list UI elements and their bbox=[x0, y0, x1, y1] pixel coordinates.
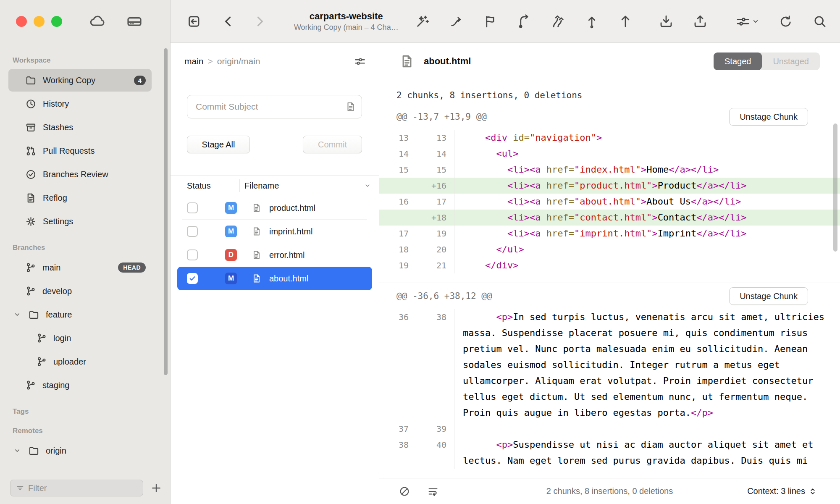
diff-body: 2 chunks, 8 insertions, 0 deletions @@ -… bbox=[379, 80, 840, 478]
sidebar-item-settings[interactable]: Settings bbox=[8, 210, 152, 233]
chevron-down-icon[interactable] bbox=[13, 446, 22, 455]
sidebar-footer bbox=[0, 476, 170, 504]
zoom-window-button[interactable] bbox=[51, 16, 62, 27]
checkout-icon[interactable] bbox=[449, 13, 464, 29]
tab-unstaged[interactable]: Unstaged bbox=[762, 52, 820, 70]
sidebar-item-branch-staging[interactable]: staging bbox=[8, 374, 152, 396]
commit-button[interactable]: Commit bbox=[303, 136, 362, 153]
diff-line[interactable]: 1414 <ul> bbox=[379, 146, 840, 162]
pull-request-icon bbox=[25, 145, 37, 157]
folder-icon bbox=[25, 75, 37, 86]
sidebar-item-history[interactable]: History bbox=[8, 92, 152, 115]
breadcrumb-current-branch[interactable]: main bbox=[184, 56, 204, 66]
breadcrumb: main > origin/main bbox=[171, 43, 379, 80]
sidebar-item-remote-origin[interactable]: origin bbox=[8, 439, 152, 462]
back-icon[interactable] bbox=[221, 13, 236, 29]
merge-icon[interactable] bbox=[517, 13, 532, 29]
add-repository-button[interactable] bbox=[150, 482, 163, 494]
file-filter-options-icon[interactable] bbox=[354, 55, 366, 68]
diff-line[interactable]: 1921 </div> bbox=[379, 257, 840, 273]
toolbar: carparts-website Working Copy (main – 4 … bbox=[171, 0, 840, 43]
sidebar-item-branch-main[interactable]: main HEAD bbox=[8, 256, 152, 279]
diff-line[interactable]: 3638 <p>In sed turpis luctus, venenatis … bbox=[379, 309, 840, 421]
head-badge: HEAD bbox=[118, 262, 146, 273]
sidebar-item-reflog[interactable]: Reflog bbox=[8, 186, 152, 209]
quick-launch-icon[interactable] bbox=[415, 13, 430, 29]
status-column-header[interactable]: Status bbox=[171, 181, 239, 191]
forward-icon[interactable] bbox=[252, 13, 268, 29]
chunk-range: @@ -36,6 +38,12 @@ bbox=[396, 291, 492, 301]
unstage-chunk-button[interactable]: Unstage Chunk bbox=[729, 108, 808, 126]
stage-checkbox[interactable] bbox=[187, 202, 198, 213]
commit-subject-input[interactable] bbox=[187, 95, 362, 118]
diff-line-added[interactable]: +18 <li><a href="contact.html">Contact</… bbox=[379, 210, 840, 226]
diff-line[interactable]: 3739 bbox=[379, 421, 840, 437]
content: main > origin/main Stage All Commit bbox=[171, 43, 840, 504]
stepper-icon bbox=[808, 487, 817, 496]
view-options-icon[interactable] bbox=[735, 14, 760, 29]
breadcrumb-upstream-branch[interactable]: origin/main bbox=[217, 56, 260, 66]
create-branch-icon[interactable] bbox=[483, 13, 498, 29]
refresh-icon[interactable] bbox=[778, 13, 794, 29]
minimize-window-button[interactable] bbox=[34, 16, 45, 27]
diff-scrollbar[interactable] bbox=[833, 123, 837, 252]
local-repositories-icon[interactable] bbox=[126, 13, 143, 30]
fetch-icon[interactable] bbox=[584, 13, 600, 29]
diff-line[interactable]: 3840 <p>Suspendisse ut nisi ac diam auct… bbox=[379, 437, 840, 469]
cloud-accounts-icon[interactable] bbox=[89, 13, 106, 30]
sidebar-item-working-copy[interactable]: Working Copy 4 bbox=[8, 69, 152, 92]
diff-line[interactable]: 1617 <li><a href="about.html">About Us</… bbox=[379, 194, 840, 210]
stage-checkbox-checked[interactable] bbox=[187, 273, 198, 284]
changes-count-badge: 4 bbox=[134, 76, 146, 85]
stage-checkbox[interactable] bbox=[187, 249, 198, 260]
diff-summary: 2 chunks, 8 insertions, 0 deletions bbox=[379, 80, 840, 104]
push-icon[interactable] bbox=[618, 13, 633, 29]
search-icon[interactable] bbox=[812, 13, 827, 29]
diff-file-title: about.html bbox=[424, 56, 471, 67]
unstash-icon[interactable] bbox=[692, 13, 708, 29]
chevron-down-icon[interactable] bbox=[364, 182, 371, 189]
branch-icon bbox=[25, 262, 36, 273]
close-window-button[interactable] bbox=[16, 16, 27, 27]
diff-line[interactable]: 1515 <li><a href="index.html">Home</a></… bbox=[379, 162, 840, 178]
window-title: carparts-website Working Copy (main – 4 … bbox=[278, 11, 415, 32]
sidebar-item-branch-folder-feature[interactable]: feature bbox=[8, 303, 152, 326]
stage-checkbox[interactable] bbox=[187, 226, 198, 237]
section-title-workspace: Workspace bbox=[13, 56, 170, 65]
document-icon bbox=[25, 192, 37, 204]
file-row-product[interactable]: M product.html bbox=[177, 196, 372, 220]
filter-input[interactable] bbox=[28, 483, 138, 493]
file-icon bbox=[399, 54, 415, 69]
stage-all-button[interactable]: Stage All bbox=[187, 136, 250, 153]
sidebar-item-branch-login[interactable]: login bbox=[8, 327, 152, 349]
stash-icon[interactable] bbox=[659, 13, 674, 29]
rebase-icon[interactable] bbox=[550, 13, 566, 29]
sidebar-item-branches-review[interactable]: Branches Review bbox=[8, 163, 152, 186]
diff-line[interactable]: 1820 </ul> bbox=[379, 242, 840, 257]
sidebar-item-branch-uploader[interactable]: uploader bbox=[8, 350, 152, 373]
gear-icon bbox=[25, 216, 37, 227]
file-row-error[interactable]: D error.html bbox=[177, 243, 372, 267]
repository-subtitle: Working Copy (main – 4 Cha… bbox=[278, 23, 415, 32]
branch-icon bbox=[36, 333, 47, 344]
tab-staged[interactable]: Staged bbox=[714, 52, 762, 70]
line-wrap-icon[interactable] bbox=[427, 486, 439, 497]
sidebar-item-pull-requests[interactable]: Pull Requests bbox=[8, 139, 152, 162]
context-lines-control[interactable]: Context: 3 lines bbox=[747, 486, 817, 496]
main-area: carparts-website Working Copy (main – 4 … bbox=[171, 0, 840, 504]
unstage-chunk-button[interactable]: Unstage Chunk bbox=[729, 287, 808, 305]
chevron-down-icon[interactable] bbox=[13, 310, 22, 319]
filename-column-header[interactable]: Filename bbox=[239, 181, 364, 191]
file-row-imprint[interactable]: M imprint.html bbox=[177, 220, 372, 243]
sidebar-item-branch-develop[interactable]: develop bbox=[8, 280, 152, 302]
chunk-header: @@ -13,7 +13,9 @@ Unstage Chunk bbox=[379, 104, 840, 130]
file-row-about[interactable]: M about.html bbox=[177, 267, 372, 290]
diff-line-added[interactable]: +16 <li><a href="product.html">Product</… bbox=[379, 178, 840, 194]
ignore-whitespace-icon[interactable] bbox=[399, 486, 410, 497]
diff-chunk-2: @@ -36,6 +38,12 @@ Unstage Chunk 3638 <p… bbox=[379, 283, 840, 469]
open-repository-icon[interactable] bbox=[186, 13, 202, 29]
sidebar-scrollbar[interactable] bbox=[164, 48, 168, 375]
diff-line[interactable]: 1719 <li><a href="imprint.html">Imprint<… bbox=[379, 226, 840, 242]
sidebar-item-stashes[interactable]: Stashes bbox=[8, 116, 152, 139]
diff-line[interactable]: 1313 <div id="navigation"> bbox=[379, 130, 840, 146]
